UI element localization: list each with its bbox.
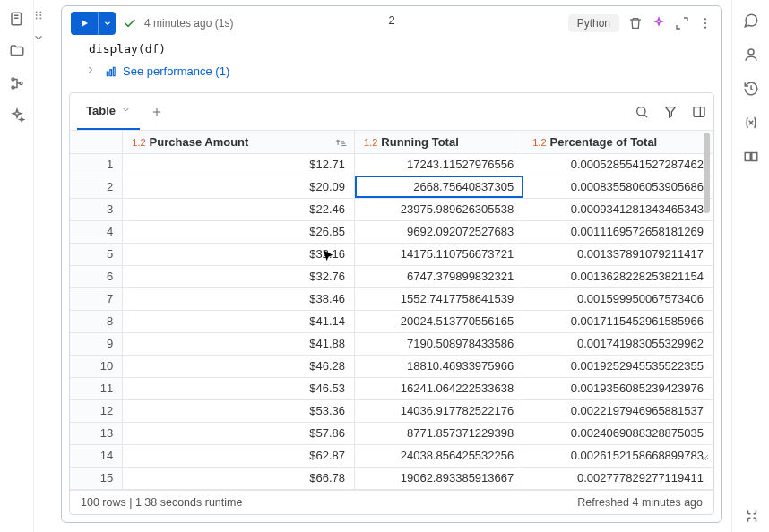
row-number[interactable]: 15 bbox=[70, 467, 123, 489]
cell-purchase[interactable]: $20.09 bbox=[123, 176, 355, 198]
history-icon[interactable] bbox=[743, 81, 759, 97]
row-number[interactable]: 9 bbox=[70, 332, 123, 355]
cell-purchase[interactable]: $41.88 bbox=[123, 332, 355, 355]
table-row[interactable]: 11$46.5316241.0642225336380.001935608523… bbox=[70, 377, 713, 399]
cell-purchase[interactable]: $46.53 bbox=[123, 377, 355, 399]
row-number[interactable]: 6 bbox=[70, 265, 123, 287]
variable-icon[interactable] bbox=[743, 115, 759, 131]
cell-running[interactable]: 18810.46933975966 bbox=[355, 355, 523, 377]
table-row[interactable]: 12$53.3614036.9177825221760.002219794696… bbox=[70, 399, 713, 422]
cell-pct[interactable]: 0.0019356085239423976 bbox=[523, 377, 713, 399]
run-button[interactable] bbox=[71, 12, 116, 35]
cell-running[interactable]: 9692.092072527683 bbox=[355, 220, 523, 243]
cell-purchase[interactable]: $53.36 bbox=[123, 399, 355, 422]
code-line[interactable]: display(df) bbox=[62, 40, 721, 61]
cell-running[interactable]: 19062.893385913667 bbox=[355, 467, 523, 489]
cell-purchase[interactable]: $12.71 bbox=[123, 153, 355, 176]
cell-running[interactable]: 6747.379899832321 bbox=[355, 265, 523, 287]
perf-caret-icon[interactable] bbox=[85, 64, 96, 78]
cell-running[interactable]: 2668.75640837305 bbox=[355, 176, 523, 198]
cell-running[interactable]: 14036.917782522176 bbox=[355, 399, 523, 422]
panel-icon[interactable] bbox=[743, 149, 759, 165]
sidepanel-icon[interactable] bbox=[692, 105, 706, 119]
vertical-scrollbar[interactable] bbox=[704, 133, 710, 213]
search-icon[interactable] bbox=[635, 105, 649, 119]
cell-pct[interactable]: 0.0009341281343465343 bbox=[523, 198, 713, 220]
cell-pct[interactable]: 0.001741983055329962 bbox=[523, 332, 713, 355]
schema-icon[interactable] bbox=[9, 75, 25, 91]
cell-pct[interactable]: 0.0013628228253821154 bbox=[523, 265, 713, 287]
language-pill[interactable]: Python bbox=[568, 14, 619, 32]
cell-pct[interactable]: 0.0017115452961585966 bbox=[523, 310, 713, 332]
cell-purchase[interactable]: $41.14 bbox=[123, 310, 355, 332]
table-row[interactable]: 1$12.7117243.115279765560.00052855415272… bbox=[70, 153, 713, 176]
row-number[interactable]: 2 bbox=[70, 176, 123, 198]
chat-icon[interactable] bbox=[743, 13, 759, 29]
cell-purchase[interactable]: $32.76 bbox=[123, 265, 355, 287]
cell-running[interactable]: 23975.989626305538 bbox=[355, 198, 523, 220]
cell-purchase[interactable]: $26.85 bbox=[123, 220, 355, 243]
cell-running[interactable]: 14175.110756673721 bbox=[355, 243, 523, 265]
cell-pct[interactable]: 0.0005285541527287462 bbox=[523, 153, 713, 176]
tab-table[interactable]: Table bbox=[77, 93, 140, 130]
see-performance-link[interactable]: See performance (1) bbox=[105, 64, 229, 78]
table-row[interactable]: 6$32.766747.3798998323210.00136282282538… bbox=[70, 265, 713, 287]
cell-purchase[interactable]: $22.46 bbox=[123, 198, 355, 220]
expand-icon[interactable] bbox=[675, 16, 689, 30]
user-icon[interactable] bbox=[743, 47, 759, 63]
row-number[interactable]: 1 bbox=[70, 153, 123, 176]
sort-icon[interactable] bbox=[334, 136, 347, 151]
row-number[interactable]: 8 bbox=[70, 310, 123, 332]
row-number[interactable]: 5 bbox=[70, 243, 123, 265]
cell-running[interactable]: 7190.508978433586 bbox=[355, 332, 523, 355]
row-number[interactable]: 14 bbox=[70, 444, 123, 467]
row-number[interactable]: 13 bbox=[70, 422, 123, 444]
cell-pct[interactable]: 0.0008355806053905686 bbox=[523, 176, 713, 198]
filter-icon[interactable] bbox=[663, 105, 678, 119]
row-number[interactable]: 7 bbox=[70, 287, 123, 310]
trash-icon[interactable] bbox=[628, 16, 643, 30]
add-tab-button[interactable] bbox=[151, 106, 163, 118]
table-row[interactable]: 10$46.2818810.469339759660.0019252945535… bbox=[70, 355, 713, 377]
table-row[interactable]: 9$41.887190.5089784335860.00174198305532… bbox=[70, 332, 713, 355]
table-row[interactable]: 7$38.461552.74177586415390.0015999500675… bbox=[70, 287, 713, 310]
col-rownum[interactable] bbox=[70, 131, 123, 153]
collapse-chevron-icon[interactable] bbox=[32, 31, 45, 47]
resize-handle-icon[interactable] bbox=[699, 451, 710, 465]
cell-purchase[interactable]: $46.28 bbox=[123, 355, 355, 377]
sparkle-icon[interactable] bbox=[9, 107, 25, 124]
table-row[interactable]: 13$57.868771.8573712293980.0024069088328… bbox=[70, 422, 713, 444]
cell-running[interactable]: 20024.513770556165 bbox=[355, 310, 523, 332]
cell-purchase[interactable]: $62.87 bbox=[123, 444, 355, 467]
table-row[interactable]: 2$20.092668.756408373050.000835580605390… bbox=[70, 176, 713, 198]
kebab-icon[interactable] bbox=[698, 16, 713, 30]
cell-pct[interactable]: 0.0022197946965881537 bbox=[523, 399, 713, 422]
col-percentage[interactable]: 1.2Percentage of Total bbox=[523, 131, 713, 153]
cell-pct[interactable]: 0.0019252945535522355 bbox=[523, 355, 713, 377]
table-row[interactable]: 8$41.1420024.5137705561650.0017115452961… bbox=[70, 310, 713, 332]
row-number[interactable]: 12 bbox=[70, 399, 123, 422]
row-number[interactable]: 4 bbox=[70, 220, 123, 243]
cell-pct[interactable]: 0.002777829277119411 bbox=[523, 467, 713, 489]
assistant-sparkle-icon[interactable] bbox=[652, 16, 666, 30]
col-running-total[interactable]: 1.2Running Total bbox=[355, 131, 523, 153]
cell-pct[interactable]: 0.001337891079211417 bbox=[523, 243, 713, 265]
cell-purchase[interactable]: $57.86 bbox=[123, 422, 355, 444]
row-number[interactable]: 3 bbox=[70, 198, 123, 220]
table-row[interactable]: 15$66.7819062.8933859136670.002777829277… bbox=[70, 467, 713, 489]
cell-running[interactable]: 24038.856425532256 bbox=[355, 444, 523, 467]
table-row[interactable]: 14$62.8724038.8564255322560.002615215866… bbox=[70, 444, 713, 467]
cell-pct[interactable]: 0.0011169572658181269 bbox=[523, 220, 713, 243]
table-row[interactable]: 4$26.859692.0920725276830.00111695726581… bbox=[70, 220, 713, 243]
row-number[interactable]: 10 bbox=[70, 355, 123, 377]
run-dropdown-icon[interactable] bbox=[98, 12, 116, 35]
table-row[interactable]: 5$32.1614175.1107566737210.0013378910792… bbox=[70, 243, 713, 265]
col-purchase-amount[interactable]: 1.2Purchase Amount bbox=[123, 131, 355, 153]
row-number[interactable]: 11 bbox=[70, 377, 123, 399]
cell-running[interactable]: 8771.857371229398 bbox=[355, 422, 523, 444]
chevron-down-icon[interactable] bbox=[121, 104, 131, 117]
cell-pct[interactable]: 0.0026152158668899783 bbox=[523, 444, 713, 467]
cell-purchase[interactable]: $38.46 bbox=[123, 287, 355, 310]
keyboard-icon[interactable] bbox=[744, 508, 760, 527]
table-row[interactable]: 3$22.4623975.9896263055380.0009341281343… bbox=[70, 198, 713, 220]
